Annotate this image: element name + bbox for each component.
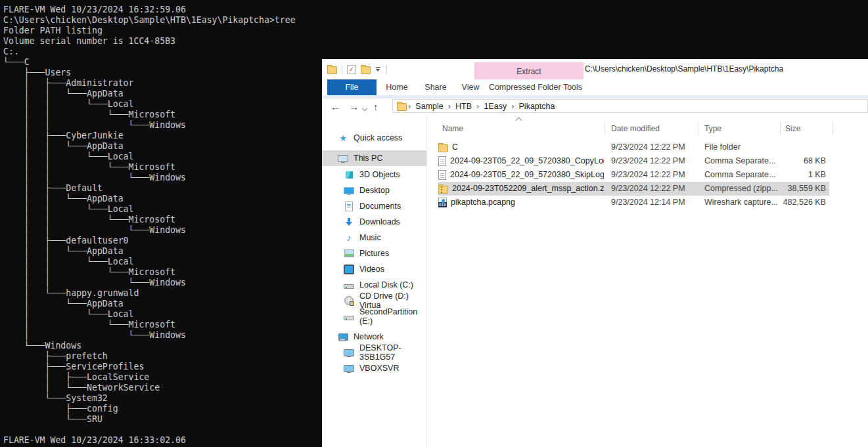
breadcrumb-item[interactable]: Sample xyxy=(412,102,446,111)
breadcrumb-separator-icon xyxy=(510,101,515,111)
download-arrow-icon xyxy=(344,217,354,227)
csv-file-icon xyxy=(438,156,446,166)
breadcrumb-separator-icon xyxy=(447,101,452,111)
title-bar[interactable]: Extract C:\Users\chicken\Desktop\Sample\… xyxy=(322,59,868,79)
desktop-monitor-icon xyxy=(344,185,354,196)
column-header-name[interactable]: Name xyxy=(442,124,463,133)
sidebar-item-cd-drive-d[interactable]: CD Drive (D:) Virtua xyxy=(322,293,426,309)
contextual-tab-group-extract[interactable]: Extract xyxy=(474,62,583,79)
sidebar-item-second-partition-e[interactable]: SecondPartition (E:) xyxy=(322,309,426,324)
tab-home[interactable]: Home xyxy=(378,79,416,95)
network-computer-icon xyxy=(344,363,354,373)
up-button-icon[interactable]: ↑ xyxy=(373,98,378,116)
cd-disc-icon xyxy=(344,295,354,306)
sidebar-item-local-disk-c[interactable]: Local Disk (C:) xyxy=(322,277,426,293)
screen: FLARE-VM Wed 10/23/2024 16:32:59.06 C:\U… xyxy=(0,0,868,447)
breadcrumb-item[interactable]: HTB xyxy=(452,102,475,111)
sidebar-item-3d-objects[interactable]: 3D Objects xyxy=(322,167,426,182)
network-icon xyxy=(338,331,348,342)
picture-icon xyxy=(344,248,354,259)
music-note-icon xyxy=(344,232,354,243)
wireshark-capture-icon xyxy=(438,198,447,207)
sort-ascending-icon xyxy=(516,117,522,124)
quick-access-toolbar xyxy=(327,59,387,79)
column-header-date-modified[interactable]: Date modified xyxy=(611,124,660,133)
tab-view[interactable]: View xyxy=(455,79,486,95)
column-header-row: Name Date modified Type Size xyxy=(427,120,868,136)
sidebar-item-music[interactable]: Music xyxy=(322,230,426,245)
sidebar-item-desktop-3sb1g57[interactable]: DESKTOP-3SB1G57 xyxy=(322,345,426,360)
sidebar-item-pictures[interactable]: Pictures xyxy=(322,245,426,261)
column-header-size[interactable]: Size xyxy=(785,124,800,133)
computer-icon xyxy=(338,153,348,163)
file-row-skiplog-csv[interactable]: 2024-09-23T05_22_09_5720380_SkipLog.c...… xyxy=(427,168,868,182)
tab-file[interactable]: File xyxy=(327,79,377,95)
forward-button-icon[interactable]: → xyxy=(349,98,359,116)
file-row-pikaptcha-pcapng[interactable]: pikaptcha.pcapng 9/23/2024 12:14 PM Wire… xyxy=(427,196,868,209)
recent-locations-chevron-icon[interactable] xyxy=(362,106,367,111)
document-icon xyxy=(344,201,354,211)
file-list-pane: Name Date modified Type Size C 9/23/2024… xyxy=(427,116,868,447)
breadcrumb-item[interactable]: Pikaptcha xyxy=(516,102,559,111)
sidebar-item-documents[interactable]: Documents xyxy=(322,198,426,214)
breadcrumb-separator-icon xyxy=(475,101,480,111)
folder-icon xyxy=(438,144,448,152)
breadcrumb-folder-icon xyxy=(397,103,407,111)
ribbon-tab-row: File Home Share View Compressed Folder T… xyxy=(322,79,868,95)
sidebar-item-downloads[interactable]: Downloads xyxy=(322,214,426,230)
sidebar-item-quick-access[interactable]: Quick access xyxy=(322,130,426,146)
file-explorer-window: Extract C:\Users\chicken\Desktop\Sample\… xyxy=(322,59,868,447)
tab-compressed-folder-tools[interactable]: Compressed Folder Tools xyxy=(487,79,584,95)
tab-share[interactable]: Share xyxy=(417,79,454,95)
hard-disk-icon xyxy=(344,311,354,322)
toolbar-separator xyxy=(342,65,342,74)
customize-toolbar-dropdown-icon[interactable] xyxy=(375,66,382,74)
window-title: C:\Users\chicken\Desktop\Sample\HTB\1Eas… xyxy=(585,59,783,79)
sidebar-item-vboxsvr[interactable]: VBOXSVR xyxy=(322,360,426,376)
file-row-c-folder[interactable]: C 9/23/2024 12:22 PM File folder xyxy=(427,140,868,154)
video-icon xyxy=(344,264,354,274)
back-button-icon[interactable]: ← xyxy=(331,98,340,116)
breadcrumb-separator-icon xyxy=(407,101,412,111)
address-bar[interactable]: Sample HTB 1Easy Pikaptcha xyxy=(392,99,868,113)
column-header-type[interactable]: Type xyxy=(704,124,721,133)
file-row-alert-mssp-action-zip[interactable]: 2024-09-23T052209_alert_mssp_action.zip … xyxy=(427,182,868,196)
sidebar-item-this-pc[interactable]: This PC xyxy=(322,150,426,166)
network-computer-icon xyxy=(344,347,354,358)
explorer-app-icon xyxy=(327,66,337,74)
zip-file-icon xyxy=(438,186,448,194)
navigation-bar: ← → ↑ Sample HTB 1Easy Pikaptcha xyxy=(322,98,868,116)
csv-file-icon xyxy=(438,170,446,180)
toolbar-separator xyxy=(386,65,387,74)
hard-disk-icon xyxy=(344,280,354,290)
sidebar-item-network[interactable]: Network xyxy=(322,329,426,345)
sidebar-item-desktop[interactable]: Desktop xyxy=(322,182,426,198)
file-row-copylog-csv[interactable]: 2024-09-23T05_22_09_5720380_CopyLog.... … xyxy=(427,154,868,168)
breadcrumb-item[interactable]: 1Easy xyxy=(480,102,510,111)
cube-icon xyxy=(344,169,354,180)
quick-access-star-icon xyxy=(338,133,348,143)
sidebar-item-videos[interactable]: Videos xyxy=(322,261,426,277)
properties-icon[interactable] xyxy=(347,65,356,74)
new-folder-icon[interactable] xyxy=(361,66,371,74)
